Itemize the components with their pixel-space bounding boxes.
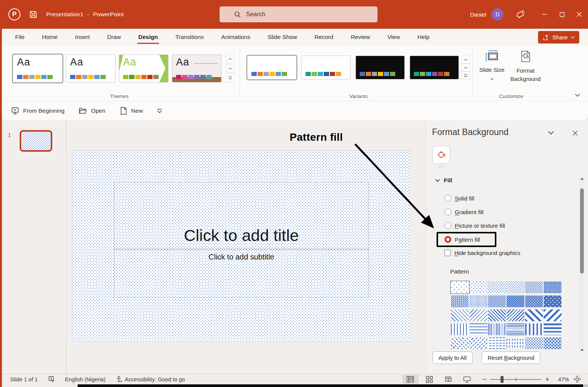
theme-thumbnail-2[interactable]: Aa <box>66 54 115 82</box>
hide-background-graphics-option[interactable]: Hide background graphics <box>445 250 520 256</box>
tab-view[interactable]: View <box>379 29 409 45</box>
new-button[interactable]: New <box>120 107 143 115</box>
pattern-swatch-large-confetti[interactable] <box>544 337 561 349</box>
radio-solid-fill[interactable] <box>445 195 451 202</box>
variant-thumbnail-1[interactable] <box>247 56 296 79</box>
zoom-in-icon[interactable]: + <box>545 376 549 383</box>
pattern-swatch-10-[interactable] <box>469 281 487 293</box>
scrollbar-thumb[interactable] <box>580 188 584 274</box>
zoom-level[interactable]: 47% <box>553 376 569 382</box>
pattern-swatch-wide-upward-diagonal[interactable] <box>544 309 561 321</box>
pattern-swatch-dashed-downward-diagonal[interactable] <box>451 337 469 349</box>
ribbon-collapse-icon[interactable] <box>575 93 580 97</box>
gallery-more-icon[interactable] <box>226 73 234 82</box>
slide-size-button[interactable]: Slide Size <box>478 50 505 82</box>
pattern-swatch-90-[interactable] <box>544 295 561 307</box>
pattern-swatch-60-[interactable] <box>469 295 487 307</box>
gallery-scroll-down-icon[interactable] <box>226 64 234 73</box>
fill-section-header[interactable]: Fill <box>435 177 452 184</box>
pattern-swatch-dashed-vertical[interactable] <box>507 337 524 349</box>
close-button[interactable] <box>571 0 588 29</box>
slideshow-view-button[interactable] <box>459 375 476 384</box>
pattern-swatch-light-vertical[interactable] <box>451 323 469 335</box>
apply-to-all-button[interactable]: Apply to All <box>432 351 473 364</box>
zoom-slider[interactable] <box>490 379 541 380</box>
reading-view-button[interactable] <box>440 375 457 384</box>
normal-view-button[interactable] <box>402 375 419 384</box>
reset-background-button[interactable]: Reset Background <box>482 351 540 364</box>
pattern-swatch-dark-horizontal[interactable] <box>544 323 561 335</box>
tab-help[interactable]: Help <box>409 29 438 45</box>
theme-thumbnail-1[interactable]: Aa <box>13 54 62 82</box>
tab-draw[interactable]: Draw <box>98 29 129 45</box>
accessibility-status[interactable]: Accessibility: Good to go <box>115 376 185 383</box>
pattern-swatch-wide-downward-diagonal[interactable] <box>525 309 543 321</box>
minimize-button[interactable] <box>536 0 553 29</box>
tab-home[interactable]: Home <box>33 29 66 45</box>
user-name[interactable]: Daniel <box>470 11 486 18</box>
fill-option-gradient-fill[interactable]: Gradient fill <box>445 208 484 215</box>
pattern-swatch-narrow-vertical[interactable] <box>488 323 506 335</box>
save-icon[interactable] <box>29 10 38 19</box>
fit-slide-to-window-icon[interactable] <box>571 375 583 384</box>
powerpoint-icon[interactable]: P <box>8 8 20 20</box>
gallery-scroll-up-icon[interactable] <box>462 56 470 64</box>
pattern-swatch-30-[interactable] <box>525 281 543 293</box>
scroll-down-icon[interactable] <box>579 347 585 353</box>
format-background-button[interactable]: Format Background <box>506 50 545 83</box>
gallery-scroll-up-icon[interactable] <box>226 54 234 64</box>
pattern-swatch-light-downward-diagonal[interactable] <box>451 309 469 321</box>
variant-thumbnail-2[interactable] <box>301 56 351 79</box>
theme-thumbnail-4[interactable]: Aa <box>172 54 221 82</box>
slide-canvas[interactable]: Click to add title Click to add subtitle <box>72 151 410 342</box>
radio-pattern-fill[interactable] <box>445 236 451 243</box>
feedback-icon[interactable] <box>515 9 525 20</box>
pattern-swatch-5-[interactable] <box>451 281 469 293</box>
from-beginning-button[interactable]: From Beginning <box>11 107 64 115</box>
toolbar-more-icon[interactable] <box>157 109 162 113</box>
zoom-slider-thumb[interactable] <box>501 376 504 383</box>
scroll-up-icon[interactable] <box>579 176 585 182</box>
fill-tab-button[interactable] <box>432 146 450 164</box>
pattern-swatch-40-[interactable] <box>544 281 561 293</box>
tab-animations[interactable]: Animations <box>212 29 259 45</box>
fill-option-picture-or-texture-fill[interactable]: Picture or texture fill <box>445 222 505 229</box>
pattern-swatch-dark-vertical[interactable] <box>525 323 543 335</box>
tab-design[interactable]: Design <box>129 29 167 45</box>
pattern-swatch-light-horizontal[interactable] <box>469 323 487 335</box>
language-indicator[interactable]: English (Nigeria) <box>65 376 106 382</box>
fill-option-solid-fill[interactable]: Solid fill <box>445 195 474 202</box>
fill-option-pattern-fill[interactable]: Pattern fill <box>445 236 480 243</box>
hide-background-graphics-checkbox[interactable] <box>445 250 451 256</box>
slide-thumbnail[interactable] <box>20 130 52 152</box>
maximize-button[interactable] <box>553 0 571 29</box>
pattern-swatch-75-[interactable] <box>507 295 524 307</box>
slide-indicator[interactable]: Slide 1 of 1 <box>10 376 38 382</box>
pattern-swatch-80-[interactable] <box>525 295 543 307</box>
tab-insert[interactable]: Insert <box>66 29 98 45</box>
pattern-swatch-25-[interactable] <box>507 281 524 293</box>
pattern-swatch-70-[interactable] <box>488 295 506 307</box>
search-box[interactable]: Search <box>220 6 377 22</box>
open-button[interactable]: Open <box>79 107 105 115</box>
pattern-swatch-dark-downward-diagonal[interactable] <box>488 309 506 321</box>
panel-scrollbar[interactable] <box>579 176 585 353</box>
pattern-swatch-dark-upward-diagonal[interactable] <box>507 309 524 321</box>
radio-gradient-fill[interactable] <box>445 208 451 215</box>
theme-thumbnail-3[interactable]: Aa <box>119 54 168 82</box>
pattern-swatch-light-upward-diagonal[interactable] <box>469 309 487 321</box>
pattern-swatch-narrow-horizontal[interactable] <box>507 323 524 335</box>
slide-sorter-view-button[interactable] <box>421 375 438 384</box>
gallery-more-icon[interactable] <box>462 71 470 79</box>
pattern-swatch-dashed-horizontal[interactable] <box>488 337 506 349</box>
pattern-swatch-small-confetti[interactable] <box>525 337 543 349</box>
tab-slide-show[interactable]: Slide Show <box>259 29 306 45</box>
subtitle-placeholder[interactable]: Click to add subtitle <box>114 250 369 298</box>
share-button[interactable]: Share <box>538 31 579 44</box>
radio-picture-or-texture-fill[interactable] <box>445 222 451 229</box>
tab-record[interactable]: Record <box>306 29 342 45</box>
pattern-swatch-dashed-upward-diagonal[interactable] <box>469 337 487 349</box>
spellcheck-icon[interactable] <box>48 376 55 383</box>
tab-transitions[interactable]: Transitions <box>167 29 212 45</box>
panel-close-icon[interactable] <box>572 130 578 136</box>
